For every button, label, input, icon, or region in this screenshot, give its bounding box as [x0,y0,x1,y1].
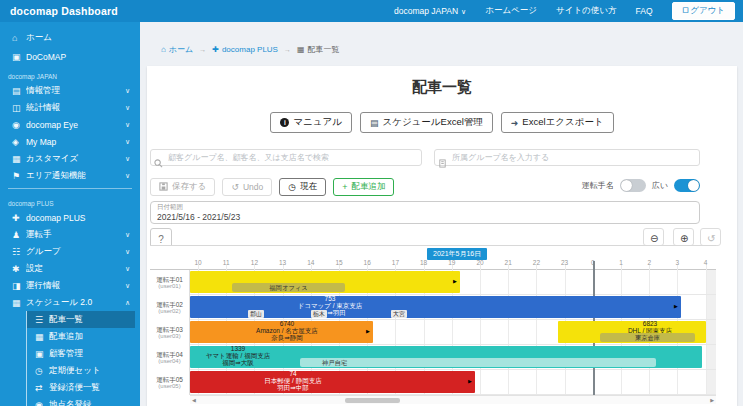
sub-schedule-label: 福岡オフィス [232,284,345,291]
driver-name-toggle[interactable] [620,179,646,192]
top-link-faq[interactable]: FAQ [635,6,652,16]
sub-schedule-bar[interactable]: 福岡オフィス [232,283,345,292]
action-button-Excelエクスポート[interactable]: ➜Excelエクスポート [501,112,614,133]
add-dispatch-button[interactable]: + 配車追加 [333,178,394,196]
horizontal-scrollbar[interactable]: ◀ ▶ [190,395,716,404]
breadcrumb-item-配車一覧: ▦配車一覧 [297,44,340,55]
wide-toggle-label: 広い [652,180,668,191]
save-button[interactable]: 保存する [150,178,215,196]
sub-schedule-bar[interactable]: 神戸自宅 [300,358,656,367]
submenu-item-地点名登録[interactable]: ◉地点名登録 [27,396,135,406]
sidebar-item-label: スケジュール 2.0 [26,297,125,309]
submenu-item-label: 定期便セット [49,365,125,377]
breadcrumb-item-docomap PLUS[interactable]: ✚docomap PLUS [212,45,278,54]
chevron-down-icon: ∨ [125,248,130,256]
toggle-knob [688,180,699,191]
logout-button[interactable]: ログアウト [672,2,736,20]
top-link-homepage[interactable]: ホームページ [485,5,537,17]
sidebar-item-DoCoMAP[interactable]: ▣DoCoMAP [0,47,140,66]
submenu-item-label: 配車一覧 [49,314,125,326]
sidebar-item-カスタマイズ[interactable]: ▦カスタマイズ∨ [0,150,140,167]
bar-end-arrow-icon: ▶ [468,378,472,384]
sidebar-item-label: docomap Eye [26,120,125,130]
sub-schedule-label: 東京倉庫 [600,334,695,341]
sidebar-item-docomap Eye[interactable]: ◉docomap Eye∨ [0,116,140,133]
scroll-left-icon[interactable]: ◀ [192,397,196,403]
dispatch-bar[interactable] [190,321,373,343]
gantt-row-運転手03: 運転手03(user03)6740Amazon / 名古屋支店奈良⇒静岡▶682… [150,320,716,345]
zoom-out-button[interactable]: ⊖ [643,228,664,246]
dispatch-list-icon: ☰ [35,315,49,325]
driver-user-id: (user04) [158,358,180,365]
sidebar-item-label: エリア通知機能 [26,170,125,182]
breadcrumb-item-ホーム[interactable]: ⌂ホーム [161,44,193,55]
driver-name: 運転手03 [156,326,183,333]
area-notify-icon: ⚑ [12,171,26,181]
sub-schedule-label: 神戸自宅 [322,359,347,366]
submenu-item-label: 配車追加 [49,331,125,343]
zoom-in-button[interactable]: ⊕ [673,228,694,246]
driver-name: 運転手04 [156,351,183,358]
scrollbar-thumb[interactable] [345,398,400,403]
gantt-row-運転手04: 運転手04(user04)1339ヤマト運輸 / 福岡支店福岡⇒大阪神戸自宅 [150,345,716,370]
chevron-down-icon: ∨ [461,8,466,15]
group-search-input[interactable] [434,149,700,166]
current-time-button[interactable]: ◷ 現在 [279,178,326,196]
action-button-マニュアル[interactable]: iマニュアル [270,112,352,133]
driver-user-id: (user03) [158,333,180,340]
date-range-field[interactable]: 日付範囲 2021/5/16 - 2021/5/23 [150,201,700,224]
reset-zoom-button[interactable]: ↺ [700,228,721,246]
sidebar-item-docomap PLUS[interactable]: ✚docomap PLUS [0,209,140,226]
chevron-down-icon: ∨ [125,155,130,163]
action-button-label: Excelエクスポート [522,116,603,129]
dispatch-bar[interactable] [190,371,475,393]
customer-icon: ▣ [35,349,49,359]
customer-search-input[interactable] [150,149,422,166]
submenu-item-配車一覧[interactable]: ☰配車一覧 [27,311,135,328]
zoom-in-icon: ⊕ [680,233,688,244]
sidebar-item-設定[interactable]: ✱設定∨ [0,260,140,277]
info-management-icon: ▤ [12,86,26,96]
info-circle-icon: i [280,118,289,127]
sidebar-item-スケジュール 2.0[interactable]: ▦スケジュール 2.0∧ [0,294,140,311]
breadcrumb: ⌂ホーム→✚docomap PLUS→▦配車一覧 [161,44,340,55]
sidebar-item-情報管理[interactable]: ▤情報管理∨ [0,82,140,99]
page-title: 配車一覧 [147,78,737,97]
breadcrumb-label: ホーム [169,44,193,55]
breadcrumb-label: docomap PLUS [222,45,278,54]
top-link-how-to-use[interactable]: サイトの使い方 [556,5,617,17]
scroll-right-icon[interactable]: ▶ [710,397,714,403]
export-icon: ➜ [511,118,519,128]
zoom-out-icon: ⊖ [650,233,658,244]
search-icon [154,154,163,172]
submenu-item-顧客管理[interactable]: ▣顧客管理 [27,345,135,362]
sidebar-item-運転手[interactable]: ♟運転手∨ [0,226,140,243]
sidebar-item-label: ホーム [26,32,130,44]
wide-toggle[interactable] [674,179,700,192]
main-card: 配車一覧 iマニュアル▤スケジュールExcel管理➜Excelエクスポート 保存… [147,66,737,406]
schedule-icon: ▦ [12,298,26,308]
sidebar-item-label: My Map [26,137,125,147]
action-button-スケジュールExcel管理[interactable]: ▤スケジュールExcel管理 [360,112,493,133]
submenu-item-定期便セット[interactable]: ◷定期便セット [27,362,135,379]
account-menu[interactable]: docomap JAPAN∨ [394,6,466,16]
date-range-label: 日付範囲 [157,203,183,212]
sidebar-item-グループ[interactable]: ☷グループ∨ [0,243,140,260]
sidebar-item-エリア通知機能[interactable]: ⚑エリア通知機能∨ [0,167,140,184]
breadcrumb-separator: → [284,46,291,53]
sidebar-item-label: 統計情報 [26,102,125,114]
sidebar-item-My Map[interactable]: ◈My Map∨ [0,133,140,150]
sidebar-item-運行情報[interactable]: ◨運行情報∨ [0,277,140,294]
submenu-item-配車追加[interactable]: ▦配車追加 [27,328,135,345]
undo-button[interactable]: ↺ Undo [222,178,272,196]
driver-label-cell: 運転手03(user03) [150,320,190,345]
sidebar-section-label: docomap PLUS [0,193,140,209]
regular-set-icon: ◷ [35,366,49,376]
home-icon: ⌂ [12,33,26,43]
sub-schedule-bar[interactable]: 東京倉庫 [600,333,695,342]
book-icon: ▣ [12,52,26,62]
sidebar-item-ホーム[interactable]: ⌂ホーム [0,28,140,47]
submenu-item-登録済便一覧[interactable]: ⇄登録済便一覧 [27,379,135,396]
sidebar-item-統計情報[interactable]: ◫統計情報∨ [0,99,140,116]
waypoint-badge: 栃木 [311,310,327,318]
